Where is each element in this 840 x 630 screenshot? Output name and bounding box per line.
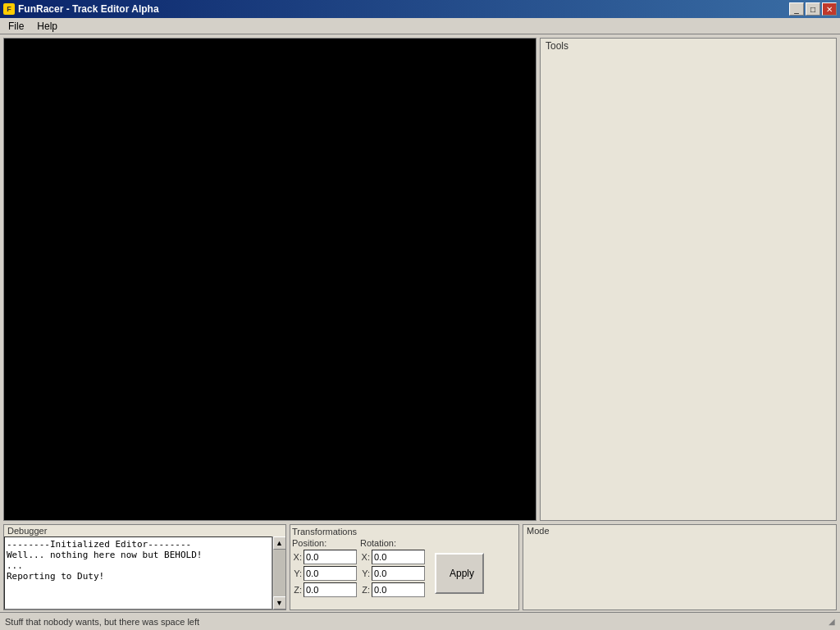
position-y-row: Y:	[292, 566, 357, 581]
title-controls: _ □ ✕	[789, 2, 837, 16]
position-x-label: X:	[292, 552, 302, 562]
position-y-input[interactable]	[304, 566, 357, 581]
rotation-z-label: Z:	[360, 585, 370, 595]
position-header: Position:	[292, 538, 357, 548]
apply-button[interactable]: Apply	[435, 553, 484, 594]
app-icon: F	[3, 3, 15, 15]
scroll-track	[274, 550, 285, 596]
transform-grid: Position: X: Y: Z:	[292, 538, 517, 608]
position-x-row: X:	[292, 550, 357, 564]
maximize-button[interactable]: □	[806, 2, 820, 16]
tools-label: Tools	[541, 39, 836, 53]
viewport[interactable]	[3, 38, 536, 521]
mode-panel: Mode	[523, 524, 837, 610]
debugger-content: ▲ ▼	[4, 536, 285, 609]
panels-row: Debugger ▲ ▼ Transformations Position:	[3, 524, 837, 610]
title-bar: F FunRacer - Track Editor Alpha _ □ ✕	[0, 0, 840, 18]
position-z-input[interactable]	[304, 582, 357, 597]
transformations-panel: Transformations Position: X: Y:	[290, 524, 519, 610]
rotation-z-row: Z:	[360, 582, 425, 597]
position-z-row: Z:	[292, 582, 357, 597]
debugger-panel: Debugger ▲ ▼	[3, 524, 286, 610]
rotation-header: Rotation:	[360, 538, 425, 548]
minimize-button[interactable]: _	[789, 2, 804, 16]
main-content: Tools Debugger ▲ ▼ Transformations	[0, 34, 840, 630]
rotation-z-input[interactable]	[372, 582, 425, 597]
scroll-up-arrow[interactable]: ▲	[273, 536, 286, 550]
scroll-down-arrow[interactable]: ▼	[273, 596, 286, 609]
position-column: Position: X: Y: Z:	[292, 538, 357, 608]
close-button[interactable]: ✕	[822, 2, 837, 16]
apply-section: Apply	[428, 538, 491, 608]
title-bar-left: F FunRacer - Track Editor Alpha	[3, 3, 159, 15]
rotation-x-label: X:	[360, 552, 370, 562]
rotation-x-row: X:	[360, 550, 425, 564]
tools-panel: Tools	[540, 38, 837, 521]
transformations-label: Transformations	[292, 527, 517, 536]
rotation-x-input[interactable]	[372, 550, 425, 564]
debugger-label: Debugger	[4, 525, 285, 536]
mode-label: Mode	[523, 525, 836, 536]
menu-bar: File Help	[0, 18, 840, 34]
position-y-label: Y:	[292, 568, 302, 578]
rotation-y-row: Y:	[360, 566, 425, 581]
menu-file[interactable]: File	[2, 19, 30, 34]
status-text: Stuff that nobody wants, but there was s…	[5, 617, 199, 627]
menu-help[interactable]: Help	[30, 19, 64, 34]
resize-grip-icon: ◢	[829, 617, 835, 626]
position-z-label: Z:	[292, 585, 302, 595]
bottom-area: Debugger ▲ ▼ Transformations Position:	[0, 524, 840, 630]
rotation-y-input[interactable]	[372, 566, 425, 581]
top-area: Tools	[0, 34, 840, 524]
title-text: FunRacer - Track Editor Alpha	[18, 3, 159, 15]
debugger-text[interactable]	[4, 536, 272, 609]
rotation-y-label: Y:	[360, 568, 370, 578]
rotation-column: Rotation: X: Y: Z:	[360, 538, 425, 608]
debugger-scrollbar: ▲ ▼	[272, 536, 285, 609]
position-x-input[interactable]	[304, 550, 357, 564]
status-bar: Stuff that nobody wants, but there was s…	[0, 612, 840, 630]
